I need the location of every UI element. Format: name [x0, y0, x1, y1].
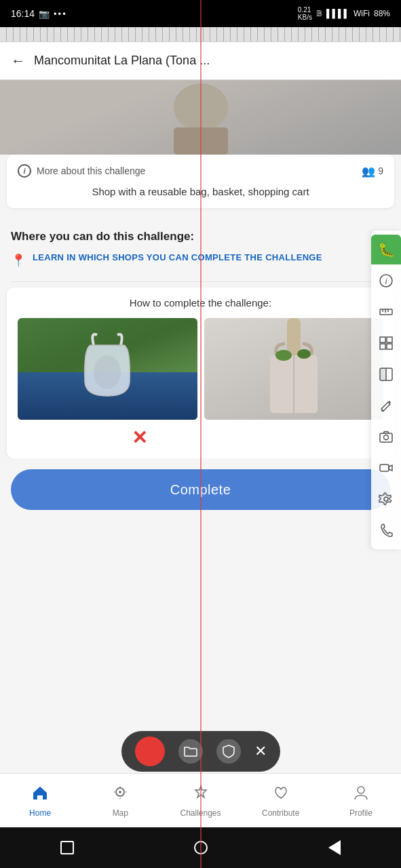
grid-icon-button[interactable]	[371, 328, 401, 358]
wifi-icon: WiFi	[354, 9, 370, 18]
how-title: How to complete the challenge:	[18, 297, 383, 309]
content-area: i More about this challenge 👥 9 Shop wit…	[0, 80, 401, 773]
hero-person-svg	[133, 80, 269, 155]
participants: 👥 9	[362, 165, 383, 178]
close-recording-button[interactable]: ✕	[254, 743, 267, 760]
svg-rect-1	[174, 127, 228, 155]
svg-point-25	[384, 497, 388, 501]
ruler-icon-button[interactable]	[371, 297, 401, 327]
location-icon-wrap: 📍	[11, 253, 26, 268]
location-pin-icon: 📍	[11, 254, 26, 267]
svg-rect-16	[380, 344, 385, 349]
map-label: Map	[113, 808, 128, 818]
triangle-icon	[328, 840, 341, 855]
settings-icon-button[interactable]	[371, 484, 401, 514]
record-button[interactable]	[135, 736, 165, 766]
more-icon: •••	[54, 9, 67, 19]
svg-point-31	[119, 791, 121, 793]
home-label: Home	[29, 808, 51, 818]
svg-rect-10	[380, 309, 392, 315]
nav-item-profile[interactable]: Profile	[321, 778, 401, 823]
good-image-wrap	[204, 318, 384, 420]
challenges-label: Challenges	[180, 808, 221, 818]
android-back-button[interactable]	[322, 835, 347, 860]
contribute-icon	[272, 784, 290, 806]
edit-icon-button[interactable]	[371, 391, 401, 420]
nav-item-contribute[interactable]: Contribute	[241, 778, 321, 823]
camera-icon-button[interactable]	[371, 422, 401, 452]
bug-icon-button[interactable]: 🐛	[371, 235, 401, 264]
hero-image-inner	[0, 80, 401, 155]
how-image-indicator: ✕	[18, 427, 383, 449]
where-link[interactable]: LEARN IN WHICH SHOPS YOU CAN COMPLETE TH…	[33, 252, 322, 264]
svg-point-0	[174, 83, 228, 131]
hero-image	[0, 80, 401, 155]
home-icon	[31, 784, 49, 806]
shield-button[interactable]	[216, 739, 241, 764]
status-time: 16:14	[11, 8, 35, 19]
battery-status: 88%	[374, 9, 390, 18]
challenge-meta: i More about this challenge 👥 9	[18, 164, 383, 178]
svg-rect-14	[380, 337, 385, 342]
map-icon	[111, 784, 129, 806]
info-icon[interactable]: i	[18, 164, 31, 178]
status-bar: 16:14 📷 ••• 0.21KB/s 𝔹 ▌▌▌▌ WiFi 88%	[0, 0, 401, 27]
svg-rect-15	[387, 337, 392, 342]
nav-item-home[interactable]: Home	[0, 778, 80, 823]
participants-count: 9	[378, 165, 383, 176]
how-images	[18, 318, 383, 420]
signal-icon: ▌▌▌▌	[326, 9, 349, 18]
bad-image-wrap	[18, 318, 197, 420]
more-about-link[interactable]: More about this challenge	[37, 165, 145, 176]
svg-point-6	[275, 350, 292, 361]
tote-bag-svg	[256, 318, 331, 420]
android-system-bar	[0, 827, 401, 868]
bluetooth-icon: 𝔹	[316, 9, 322, 18]
android-square-button[interactable]	[55, 835, 79, 860]
participants-icon: 👥	[362, 165, 375, 178]
network-speed: 0.21KB/s	[298, 6, 312, 21]
split-view-icon-button[interactable]	[371, 359, 401, 389]
recording-toolbar: ✕	[121, 731, 280, 772]
svg-rect-24	[380, 465, 389, 471]
plastic-bag-svg	[77, 328, 138, 410]
where-title: Where you can do this challenge:	[11, 230, 390, 243]
camera-icon: 📷	[39, 9, 50, 19]
complete-section: Complete	[0, 458, 401, 515]
challenge-description: Shop with a reusable bag, basket, shoppi…	[18, 184, 383, 199]
svg-rect-17	[387, 344, 392, 349]
folder-button[interactable]	[178, 739, 203, 764]
android-home-button[interactable]	[189, 835, 213, 860]
challenge-card: i More about this challenge 👥 9 Shop wit…	[7, 155, 394, 208]
video-icon-button[interactable]	[371, 453, 401, 483]
svg-text:i: i	[385, 277, 387, 286]
profile-icon	[352, 784, 370, 806]
contribute-label: Contribute	[262, 808, 299, 818]
status-right: 0.21KB/s 𝔹 ▌▌▌▌ WiFi 88%	[298, 6, 390, 21]
svg-point-32	[358, 787, 364, 793]
tote-bag-image	[204, 318, 384, 420]
divider	[11, 281, 390, 282]
how-section: How to complete the challenge:	[7, 288, 394, 458]
complete-button[interactable]: Complete	[11, 469, 390, 510]
info-icon-button[interactable]: i	[371, 266, 401, 296]
right-sidebar: 🐛 i	[371, 231, 401, 549]
where-link-row: 📍 LEARN IN WHICH SHOPS YOU CAN COMPLETE …	[11, 252, 390, 268]
nav-item-map[interactable]: Map	[80, 778, 160, 823]
back-button[interactable]: ←	[11, 52, 26, 70]
svg-rect-20	[380, 368, 386, 380]
plastic-bag-image	[18, 318, 197, 420]
circle-icon	[194, 841, 208, 854]
phone-icon-button[interactable]	[371, 515, 401, 545]
top-nav: ← Mancomunitat La Plana (Tona ...	[0, 42, 401, 80]
page-title: Mancomunitat La Plana (Tona ...	[34, 54, 390, 68]
x-mark: ✕	[132, 427, 147, 449]
where-section: Where you can do this challenge: 📍 LEARN…	[0, 219, 401, 281]
nav-item-challenges[interactable]: Challenges	[160, 778, 240, 823]
svg-point-2	[94, 355, 121, 389]
ruler-strip	[0, 27, 401, 42]
profile-label: Profile	[349, 808, 373, 818]
challenges-icon	[192, 784, 210, 806]
bottom-nav: Home Map Challenges Contribute Profile	[0, 773, 401, 827]
square-icon	[60, 841, 74, 854]
